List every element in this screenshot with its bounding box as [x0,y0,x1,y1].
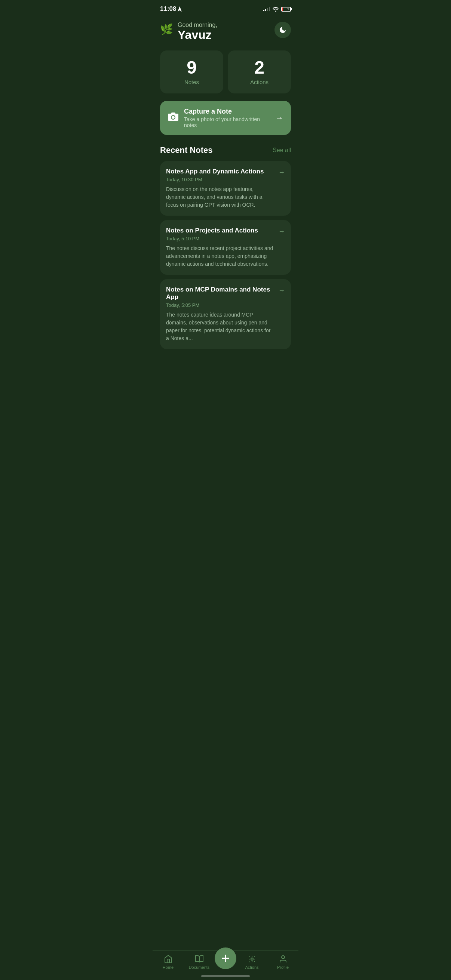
recent-notes-title: Recent Notes [160,145,213,155]
note-arrow-2: → [278,287,285,294]
note-time-2: Today, 5:05 PM [166,302,274,308]
battery-icon: 1 [281,7,291,11]
leaf-icon: 🌿 [160,23,173,35]
actions-label: Actions [234,79,285,85]
note-preview-1: The notes discuss recent project activit… [166,245,274,268]
greeting-text: Good morning, [178,22,217,29]
signal-icon [263,7,270,11]
greeting-block: Good morning, Yavuz [178,22,217,41]
note-arrow-0: → [278,169,285,177]
capture-title: Capture a Note [184,108,270,116]
note-preview-2: The notes capture ideas around MCP domai… [166,311,274,342]
note-content-0: Notes App and Dynamic Actions Today, 10:… [166,168,274,209]
note-title-1: Notes on Projects and Actions [166,227,274,234]
header: 🌿 Good morning, Yavuz [153,16,298,51]
capture-note-button[interactable]: Capture a Note Take a photo of your hand… [160,101,291,135]
moon-icon [279,26,287,34]
note-card-0[interactable]: Notes App and Dynamic Actions Today, 10:… [160,161,291,216]
wifi-icon [272,7,279,11]
camera-icon [167,112,179,124]
status-time: 11:08 [160,5,182,13]
actions-count: 2 [234,59,285,76]
time-text: 11:08 [160,5,176,13]
note-card-2[interactable]: Notes on MCP Domains and Notes App Today… [160,279,291,349]
note-time-0: Today, 10:30 PM [166,177,274,182]
capture-text-block: Capture a Note Take a photo of your hand… [184,108,270,128]
notes-label: Notes [166,79,217,85]
capture-subtitle: Take a photo of your handwritten notes [184,116,270,128]
status-bar: 11:08 1 [153,0,298,16]
note-time-1: Today, 5:10 PM [166,236,274,242]
section-header: Recent Notes See all [153,145,298,161]
status-icons: 1 [263,7,291,11]
notes-stat-card[interactable]: 9 Notes [160,51,223,94]
note-title-2: Notes on MCP Domains and Notes App [166,286,274,301]
header-left: 🌿 Good morning, Yavuz [160,22,217,41]
svg-point-0 [275,11,276,11]
camera-svg [167,112,179,121]
note-card-1[interactable]: Notes on Projects and Actions Today, 5:1… [160,220,291,275]
user-name: Yavuz [178,29,217,41]
note-content-2: Notes on MCP Domains and Notes App Today… [166,286,274,342]
stats-row: 9 Notes 2 Actions [153,51,298,94]
notes-count: 9 [166,59,217,76]
note-arrow-1: → [278,228,285,235]
capture-arrow-icon: → [275,113,284,123]
location-arrow-icon [178,6,182,11]
note-content-1: Notes on Projects and Actions Today, 5:1… [166,227,274,268]
note-title-0: Notes App and Dynamic Actions [166,168,274,175]
dark-mode-button[interactable] [274,22,291,38]
note-preview-0: Discussion on the notes app features, dy… [166,185,274,209]
notes-list: Notes App and Dynamic Actions Today, 10:… [153,161,298,387]
see-all-button[interactable]: See all [273,147,291,154]
actions-stat-card[interactable]: 2 Actions [228,51,291,94]
